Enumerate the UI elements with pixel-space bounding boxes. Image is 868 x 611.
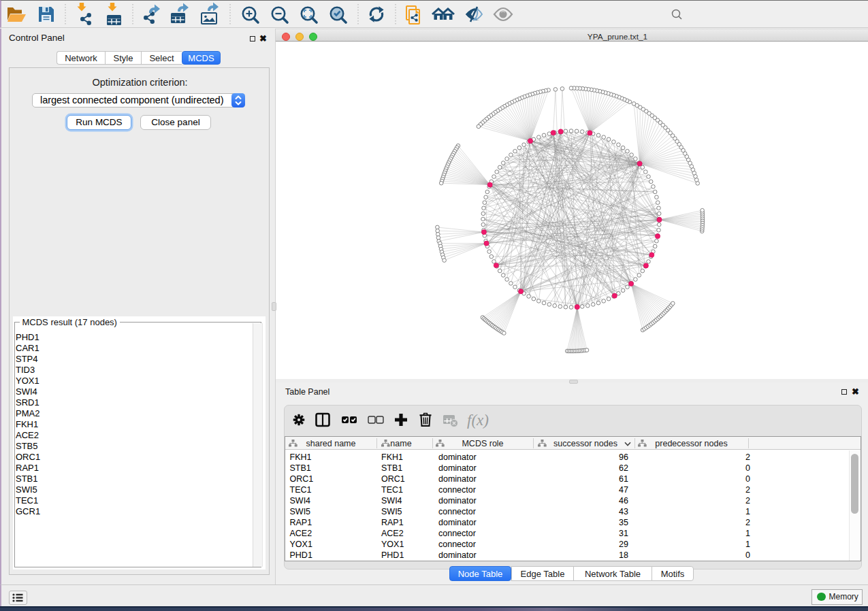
svg-text:f(x): f(x) bbox=[467, 412, 489, 429]
